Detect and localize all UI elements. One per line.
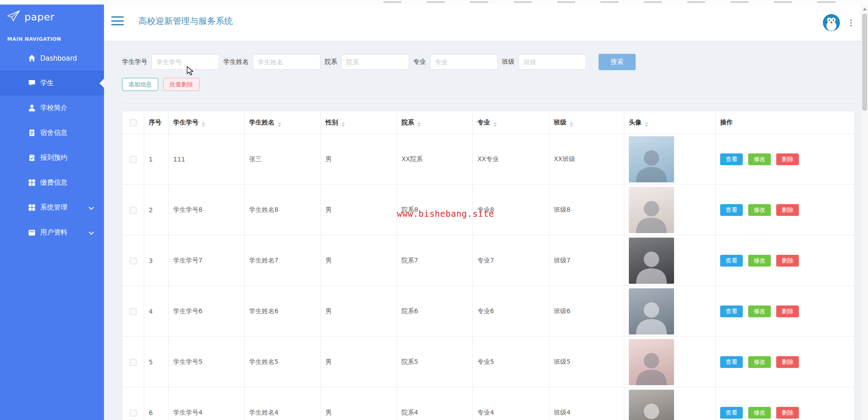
student-photo bbox=[629, 136, 674, 182]
sidebar-item-0[interactable]: Dashboard bbox=[0, 46, 104, 71]
edit-button[interactable]: 修改 bbox=[748, 153, 771, 165]
cell-index: 6 bbox=[144, 387, 169, 420]
cell-avatar bbox=[624, 387, 716, 420]
student-table: 序号学生学号学生姓名性别院系专业班级头像操作 1 111 张三 男 XX院系 X… bbox=[122, 111, 855, 420]
cell-gender: 男 bbox=[321, 134, 397, 185]
column-header-3[interactable]: 学生姓名 bbox=[245, 111, 321, 134]
delete-button[interactable]: 删除 bbox=[776, 153, 799, 165]
delete-button[interactable]: 删除 bbox=[776, 407, 799, 419]
filter-group-2: 院系 bbox=[325, 54, 409, 70]
sidebar-item-5[interactable]: 缴费信息 bbox=[0, 170, 104, 195]
sidebar-item-label: 用户资料 bbox=[40, 228, 67, 237]
column-header-label: 操作 bbox=[720, 119, 733, 126]
filter-input-3[interactable] bbox=[430, 54, 498, 70]
edit-button[interactable]: 修改 bbox=[748, 255, 771, 267]
select-all-checkbox[interactable] bbox=[130, 119, 137, 126]
file-icon bbox=[28, 129, 36, 137]
view-button[interactable]: 查看 bbox=[720, 153, 743, 165]
sidebar-item-2[interactable]: 学校简介 bbox=[0, 95, 104, 120]
edit-button[interactable]: 修改 bbox=[748, 204, 771, 216]
cell-student-name: 张三 bbox=[245, 134, 321, 185]
cell-avatar bbox=[624, 286, 716, 337]
table-header-row: 序号学生学号学生姓名性别院系专业班级头像操作 bbox=[123, 111, 855, 134]
search-button[interactable]: 搜索 bbox=[599, 54, 636, 70]
filter-label: 班级 bbox=[502, 58, 514, 66]
view-button[interactable]: 查看 bbox=[720, 255, 743, 267]
sort-icon[interactable] bbox=[202, 122, 205, 127]
sort-icon[interactable] bbox=[417, 122, 421, 127]
scrollbar-up-arrow-icon[interactable] bbox=[863, 8, 867, 10]
cell-student-name: 学生姓名7 bbox=[245, 235, 321, 286]
view-button[interactable]: 查看 bbox=[720, 407, 743, 419]
cell-actions: 查看修改删除 bbox=[716, 286, 855, 337]
scrollbar-thumb[interactable] bbox=[862, 14, 867, 111]
sort-icon[interactable] bbox=[645, 122, 648, 127]
sidebar-item-3[interactable]: 宿舍信息 bbox=[0, 120, 104, 145]
table-row: 4 学生学号6 学生姓名6 男 院系6 专业6 班级6 查看修改删除 bbox=[123, 286, 855, 337]
edit-button[interactable]: 修改 bbox=[748, 407, 771, 419]
row-checkbox[interactable] bbox=[130, 410, 137, 416]
table-row: 3 学生学号7 学生姓名7 男 院系7 专业7 班级7 查看修改删除 bbox=[123, 235, 855, 286]
row-checkbox[interactable] bbox=[130, 156, 137, 163]
sidebar-item-6[interactable]: 系统管理 bbox=[0, 195, 104, 220]
sidebar: paper MAIN NAVIGATION Dashboard学生学校简介宿舍信… bbox=[0, 5, 104, 420]
filter-input-4[interactable] bbox=[519, 54, 586, 70]
row-checkbox[interactable] bbox=[130, 308, 137, 315]
browser-top-strip bbox=[0, 0, 868, 5]
cell-department: 院系4 bbox=[397, 387, 473, 420]
row-checkbox[interactable] bbox=[130, 359, 137, 366]
cell-class: 班级4 bbox=[549, 387, 624, 420]
column-header-6[interactable]: 专业 bbox=[473, 111, 549, 134]
filter-group-4: 班级 bbox=[502, 54, 586, 70]
filter-input-1[interactable] bbox=[253, 54, 321, 70]
column-header-5[interactable]: 院系 bbox=[397, 111, 473, 134]
cell-actions: 查看修改删除 bbox=[716, 337, 855, 387]
more-options-icon[interactable] bbox=[847, 14, 854, 31]
page-scrollbar[interactable] bbox=[861, 5, 868, 420]
delete-button[interactable]: 删除 bbox=[776, 255, 799, 267]
row-checkbox[interactable] bbox=[130, 207, 137, 214]
toolbar: 添加信息 批量删除 bbox=[122, 78, 199, 91]
column-header-label: 学生姓名 bbox=[249, 119, 274, 126]
column-header-7[interactable]: 班级 bbox=[549, 111, 624, 134]
sort-icon[interactable] bbox=[493, 122, 497, 127]
column-header-label: 序号 bbox=[149, 119, 161, 126]
app-logo[interactable]: paper bbox=[0, 5, 104, 29]
edit-button[interactable]: 修改 bbox=[748, 305, 771, 317]
student-photo bbox=[629, 339, 674, 385]
add-info-button[interactable]: 添加信息 bbox=[122, 78, 158, 91]
column-header-8[interactable]: 头像 bbox=[624, 111, 716, 134]
user-avatar[interactable] bbox=[823, 14, 840, 31]
app-root: paper MAIN NAVIGATION Dashboard学生学校简介宿舍信… bbox=[0, 0, 868, 420]
column-header-2[interactable]: 学生学号 bbox=[169, 111, 245, 134]
topbar-right bbox=[823, 5, 854, 41]
sort-icon[interactable] bbox=[570, 122, 573, 127]
bulk-delete-button[interactable]: 批量删除 bbox=[163, 78, 199, 91]
cell-student-id: 学生学号5 bbox=[169, 337, 245, 387]
cell-department: 院系5 bbox=[397, 337, 473, 387]
delete-button[interactable]: 删除 bbox=[776, 356, 799, 368]
student-table-wrap: 序号学生学号学生姓名性别院系专业班级头像操作 1 111 张三 男 XX院系 X… bbox=[122, 111, 854, 420]
cell-actions: 查看修改删除 bbox=[716, 235, 855, 286]
sidebar-item-1[interactable]: 学生 bbox=[0, 71, 104, 95]
sort-icon[interactable] bbox=[278, 122, 281, 127]
filter-input-2[interactable] bbox=[341, 54, 409, 70]
sidebar-item-4[interactable]: 报到预约 bbox=[0, 145, 104, 170]
edit-button[interactable]: 修改 bbox=[748, 356, 771, 368]
nav-section-label: MAIN NAVIGATION bbox=[0, 29, 104, 46]
delete-button[interactable]: 删除 bbox=[776, 204, 799, 216]
cell-student-name: 学生姓名5 bbox=[245, 337, 321, 387]
cell-department: XX院系 bbox=[397, 134, 473, 185]
sort-icon[interactable] bbox=[341, 122, 345, 127]
sidebar-item-7[interactable]: 用户资料 bbox=[0, 220, 104, 245]
filter-input-0[interactable] bbox=[151, 54, 219, 70]
sidebar-item-label: 学校简介 bbox=[40, 104, 67, 112]
menu-toggle-icon[interactable] bbox=[111, 15, 124, 26]
delete-button[interactable]: 删除 bbox=[776, 305, 799, 317]
row-checkbox[interactable] bbox=[130, 258, 137, 264]
view-button[interactable]: 查看 bbox=[720, 204, 743, 216]
view-button[interactable]: 查看 bbox=[720, 305, 743, 317]
column-header-4[interactable]: 性别 bbox=[321, 111, 397, 134]
calendar-icon bbox=[28, 229, 36, 236]
view-button[interactable]: 查看 bbox=[720, 356, 743, 368]
